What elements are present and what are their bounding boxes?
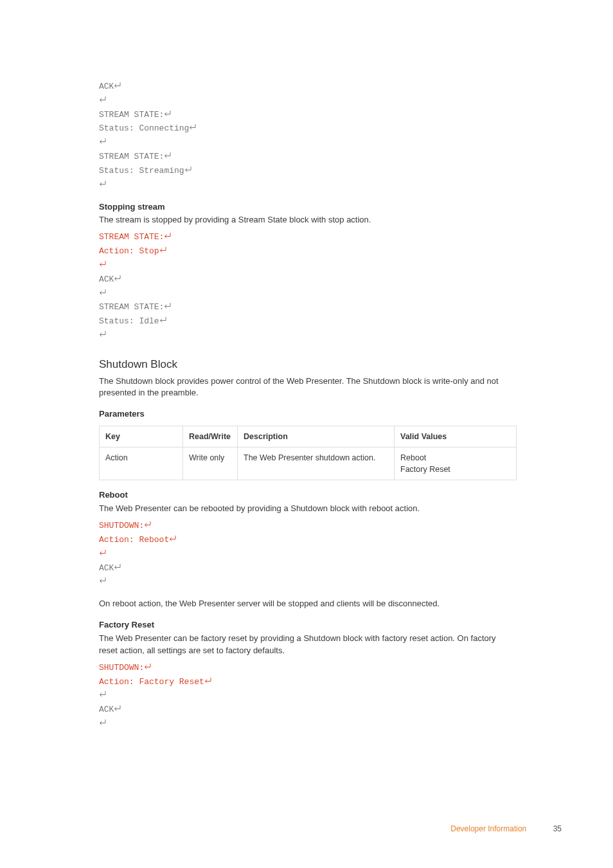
code-line: STREAM STATE: — [99, 150, 517, 164]
code-line: ACK — [99, 80, 517, 94]
code-line: ACK — [99, 561, 517, 575]
table-row: Action Write only The Web Presenter shut… — [100, 448, 517, 480]
code-line — [99, 178, 517, 192]
code-line: ACK — [99, 703, 517, 717]
th-key: Key — [100, 426, 183, 448]
td-key: Action — [100, 448, 183, 480]
return-icon — [114, 564, 122, 570]
return-icon — [164, 233, 172, 239]
td-valid: Reboot Factory Reset — [395, 448, 517, 480]
heading-stopping-stream: Stopping stream — [99, 201, 517, 213]
heading-factory-reset: Factory Reset — [99, 619, 517, 631]
code-line: SHUTDOWN: — [99, 519, 517, 533]
return-icon — [185, 167, 193, 173]
code-block-2: STREAM STATE:Action: StopACKSTREAM STATE… — [99, 230, 517, 343]
return-icon — [114, 275, 122, 282]
valid-value-1: Reboot — [400, 453, 426, 462]
code-line: STREAM STATE: — [99, 300, 517, 314]
body-factory-reset: The Web Presenter can be factory reset b… — [99, 633, 517, 657]
code-line: Action: Stop — [99, 244, 517, 258]
code-line: Status: Connecting — [99, 122, 517, 136]
return-icon — [100, 331, 107, 338]
return-icon — [100, 261, 107, 267]
return-icon — [190, 124, 197, 131]
page-content: ACKSTREAM STATE:Status: ConnectingSTREAM… — [0, 0, 613, 731]
th-desc: Description — [238, 426, 395, 448]
return-icon — [100, 181, 107, 187]
return-icon — [160, 247, 168, 253]
code-line: Action: Factory Reset — [99, 675, 517, 689]
return-icon — [100, 719, 107, 726]
return-icon — [164, 111, 172, 117]
code-line: ACK — [99, 273, 517, 287]
return-icon — [100, 138, 107, 145]
footer-section-label: Developer Information — [450, 824, 526, 833]
heading-shutdown-block: Shutdown Block — [99, 357, 517, 373]
code-line — [99, 136, 517, 150]
return-icon — [160, 317, 168, 323]
code-line — [99, 689, 517, 703]
return-icon — [100, 691, 107, 698]
body-reboot-after: On reboot action, the Web Presenter serv… — [99, 598, 517, 610]
td-rw: Write only — [183, 448, 238, 480]
code-line — [99, 258, 517, 273]
th-valid: Valid Values — [395, 426, 517, 448]
return-icon — [145, 521, 152, 528]
code-line: Status: Idle — [99, 314, 517, 329]
return-icon — [114, 705, 122, 712]
parameters-table: Key Read/Write Description Valid Values … — [99, 426, 517, 480]
return-icon — [100, 577, 107, 584]
code-line: Status: Streaming — [99, 164, 517, 178]
code-line — [99, 575, 517, 589]
code-line: SHUTDOWN: — [99, 661, 517, 675]
code-line — [99, 287, 517, 301]
body-stopping-stream: The stream is stopped by providing a Str… — [99, 214, 517, 226]
body-shutdown-block: The Shutdown block provides power contro… — [99, 375, 517, 400]
body-reboot: The Web Presenter can be rebooted by pro… — [99, 503, 517, 515]
code-line — [99, 94, 517, 108]
return-icon — [205, 678, 213, 684]
heading-reboot: Reboot — [99, 489, 517, 502]
page-footer: Developer Information 35 — [450, 824, 562, 835]
code-line: STREAM STATE: — [99, 230, 517, 244]
return-icon — [170, 536, 177, 542]
code-block-3: SHUTDOWN:Action: RebootACK — [99, 519, 517, 589]
th-rw: Read/Write — [183, 426, 238, 448]
td-desc: The Web Presenter shutdown action. — [238, 448, 395, 480]
return-icon — [100, 289, 107, 296]
code-line — [99, 717, 517, 731]
code-block-1: ACKSTREAM STATE:Status: ConnectingSTREAM… — [99, 80, 517, 192]
heading-parameters: Parameters — [99, 408, 517, 420]
return-icon — [164, 303, 172, 309]
return-icon — [164, 152, 172, 159]
code-line — [99, 547, 517, 561]
code-block-4: SHUTDOWN:Action: Factory ResetACK — [99, 661, 517, 731]
table-header-row: Key Read/Write Description Valid Values — [100, 426, 517, 448]
return-icon — [100, 96, 107, 103]
code-line: Action: Reboot — [99, 533, 517, 547]
return-icon — [145, 664, 152, 670]
footer-page-number: 35 — [553, 824, 562, 833]
return-icon — [114, 82, 122, 89]
code-line: STREAM STATE: — [99, 108, 517, 122]
return-icon — [100, 550, 107, 556]
valid-value-2: Factory Reset — [400, 465, 450, 474]
code-line — [99, 329, 517, 343]
